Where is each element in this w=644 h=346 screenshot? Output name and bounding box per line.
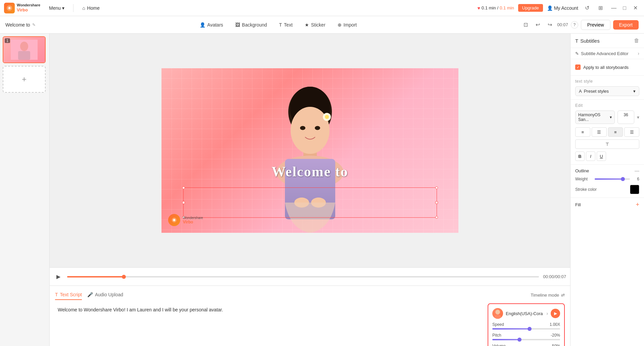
canvas-avatar <box>236 68 384 233</box>
text-style-section: text style A Preset styles ▾ <box>571 76 644 100</box>
subtitle-advanced-editor[interactable]: ✎ Subtitle Advanced Editor › <box>571 48 644 59</box>
progress-track[interactable] <box>67 276 539 277</box>
valign-top-button[interactable]: ⊤ <box>575 139 639 149</box>
background-icon: 🖼 <box>235 22 240 28</box>
avatars-button[interactable]: 👤 Avatars <box>194 20 229 30</box>
speed-slider[interactable] <box>492 328 560 330</box>
align-right-button[interactable]: ≡ <box>608 127 623 137</box>
time-info: ♥ 0.1 min / 0.1 min <box>478 5 514 11</box>
align-center-button[interactable]: ☰ <box>592 127 607 137</box>
pitch-slider-row: Pitch -20% <box>492 333 560 340</box>
sticker-icon: ★ <box>305 22 309 28</box>
progress-thumb[interactable] <box>122 275 126 279</box>
my-account-button[interactable]: 👤 My Account <box>547 5 578 11</box>
speed-label: Speed 1.00X <box>492 322 560 327</box>
left-panel: 1 + <box>0 34 50 346</box>
undo-button[interactable]: ↩ <box>533 20 542 30</box>
stroke-color-picker[interactable] <box>630 185 639 194</box>
progress-fill <box>67 276 124 277</box>
play-button[interactable]: ▶ <box>54 272 63 282</box>
voice-arrow-icon[interactable]: › <box>546 311 548 316</box>
watermark-text: Wondershare Virbo <box>183 216 203 224</box>
center-column: Welcome to Wondershare Virbo <box>50 34 570 346</box>
delete-icon[interactable]: 🗑 <box>634 38 639 44</box>
pitch-fill <box>492 339 519 340</box>
add-storyboard-button[interactable]: + <box>3 66 46 93</box>
underline-button[interactable]: U <box>597 152 606 161</box>
subtitles-title: T Subtitles <box>575 38 600 44</box>
volume-label: Volume 50% <box>492 344 560 346</box>
pitch-slider[interactable] <box>492 339 560 340</box>
edit-section: Edit HarmonyOS San... ▾ 36 ▾ ≡ ☰ ≡ ☰ ⊤ B <box>571 100 644 164</box>
home-button[interactable]: ⌂ Home <box>79 4 103 12</box>
menu-button[interactable]: Menu ▾ <box>46 4 68 12</box>
font-row: HarmonyOS San... ▾ 36 ▾ <box>575 111 639 124</box>
voice-avatar <box>492 308 503 319</box>
time-code: 00:00/00:07 <box>543 274 566 279</box>
align-justify-button[interactable]: ☰ <box>624 127 639 137</box>
voice-header: English(USA)-Cora › ▶ <box>492 308 560 319</box>
fill-header: Fill + <box>575 201 639 208</box>
weight-row: Weight 6 <box>575 177 639 181</box>
outline-collapse-icon[interactable]: — <box>635 168 639 173</box>
minimize-button[interactable]: — <box>609 3 618 13</box>
speed-fill <box>492 328 530 330</box>
preview-button[interactable]: Preview <box>581 20 610 30</box>
align-left-button[interactable]: ≡ <box>575 127 590 137</box>
watermark-logo <box>168 214 180 226</box>
sticker-button[interactable]: ★ Sticker <box>299 20 331 30</box>
apply-all-row[interactable]: ✓ Apply to all storyboards <box>575 62 639 72</box>
text-button[interactable]: T Text <box>274 20 298 30</box>
redo-button[interactable]: ↪ <box>545 20 554 30</box>
preset-styles-select[interactable]: A Preset styles ▾ <box>575 86 639 96</box>
background-button[interactable]: 🖼 Background <box>230 20 273 30</box>
canvas-text[interactable]: Welcome to <box>271 164 348 180</box>
pitch-thumb[interactable] <box>517 338 522 342</box>
crop-button[interactable]: ⊡ <box>521 20 530 30</box>
weight-slider[interactable] <box>595 178 630 180</box>
bold-button[interactable]: B <box>575 152 585 161</box>
storyboard-item[interactable]: 1 <box>3 36 46 63</box>
timeline-mode[interactable]: Timeline mode ⇄ <box>531 293 565 298</box>
font-family-select[interactable]: HarmonyOS San... ▾ <box>575 111 615 124</box>
upgrade-button[interactable]: Upgrade <box>518 4 543 12</box>
add-fill-button[interactable]: + <box>636 201 639 208</box>
preset-icon: A <box>579 89 582 94</box>
valign-row: ⊤ <box>575 139 639 149</box>
export-button[interactable]: Export <box>613 20 639 30</box>
weight-thumb[interactable] <box>621 177 625 181</box>
storyboard-number: 1 <box>5 38 10 43</box>
script-tabs: T Text Script 🎤 Audio Upload Timeline mo… <box>55 290 565 300</box>
chevron-right-icon: › <box>638 51 639 56</box>
script-text[interactable]: Welcome to Wondershare Virbo! I am Laure… <box>55 303 484 346</box>
edit-title-icon[interactable]: ✎ <box>32 23 36 27</box>
window-controls: — □ ✕ <box>609 3 640 13</box>
top-bar-right: ♥ 0.1 min / 0.1 min Upgrade 👤 My Account… <box>478 3 640 13</box>
voice-play-button[interactable]: ▶ <box>551 309 560 318</box>
apply-all-checkbox[interactable]: ✓ <box>575 64 581 70</box>
stroke-row: Stroke color <box>575 185 639 194</box>
home-icon: ⌂ <box>82 5 85 11</box>
font-size-input[interactable]: 36 <box>617 111 634 124</box>
maximize-button[interactable]: □ <box>620 3 629 13</box>
speed-thumb[interactable] <box>528 327 532 331</box>
help-icon[interactable]: ? <box>571 21 578 29</box>
voice-panel: English(USA)-Cora › ▶ Speed 1.00X <box>488 303 565 346</box>
svg-point-13 <box>325 115 329 119</box>
import-button[interactable]: ⊕ Import <box>332 20 362 30</box>
canvas[interactable]: Welcome to Wondershare Virbo <box>161 68 458 233</box>
font-chevron-icon: ▾ <box>610 115 612 120</box>
tab-audio-upload[interactable]: 🎤 Audio Upload <box>87 290 123 300</box>
refresh-button[interactable]: ↺ <box>582 3 592 13</box>
svg-point-18 <box>494 314 501 319</box>
italic-button[interactable]: I <box>586 152 595 161</box>
grid-button[interactable]: ⊞ <box>596 3 605 13</box>
volume-slider-row: Volume 50% <box>492 344 560 346</box>
close-button[interactable]: ✕ <box>631 3 640 13</box>
main-layout: 1 + <box>0 34 644 346</box>
divider <box>73 4 73 12</box>
timeline-icon: ⇄ <box>561 293 565 298</box>
fill-section: Fill + <box>571 198 644 212</box>
menu-chevron-icon: ▾ <box>62 5 64 11</box>
tab-text-script[interactable]: T Text Script <box>55 290 82 300</box>
